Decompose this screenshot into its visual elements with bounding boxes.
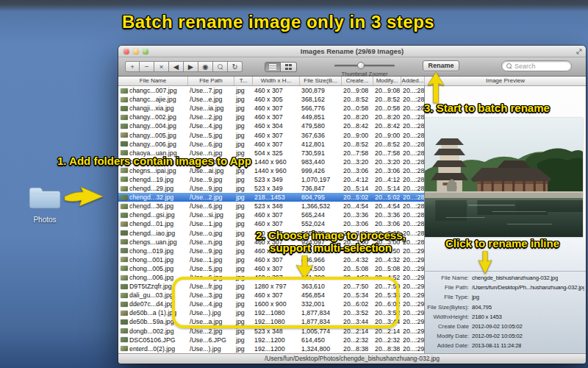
annotation-step1: 1. Add folders contain images to App [57, 155, 251, 167]
table-cell: 192...1200 [253, 336, 300, 344]
table-row[interactable]: changc...007.jpg/Use...7.jpgjpg460 x 307… [118, 86, 424, 95]
table-cell: 412,801 [300, 141, 342, 148]
table-row[interactable]: chengd...29.jpg/Use...9.jpgjpg523 x 3497… [118, 184, 424, 193]
refresh-button[interactable]: ↻ [228, 61, 243, 72]
file-name: changy...005.jpg [129, 132, 176, 139]
detail-value: 2012-09-02 10:05:02 [472, 323, 523, 330]
detail-value: 2012-09-02 10:05:02 [472, 333, 523, 339]
table-cell: 20...9:00 [373, 132, 401, 139]
table-cell: 999,426 [300, 167, 342, 174]
file-thumbnail-icon [121, 195, 128, 200]
table-cell: 730,591 [300, 149, 342, 157]
table-cell: 1440 x 960 [253, 167, 300, 174]
column-header[interactable]: File Size(B... [300, 77, 342, 85]
table-cell: 20...:28 [401, 158, 424, 166]
zoomer-slider-track[interactable] [334, 65, 395, 67]
remove-button[interactable]: − [140, 61, 154, 72]
file-thumbnail-icon [121, 293, 128, 298]
file-name: changc...007.jpg [129, 87, 177, 94]
rename-button[interactable]: Rename [423, 60, 459, 71]
search-button[interactable] [213, 61, 228, 72]
preview-eye-button[interactable]: ◉ [198, 61, 213, 72]
table-cell: /Use...n.jpg [188, 238, 234, 246]
table-cell: 20...8:42 [342, 122, 373, 130]
column-header[interactable]: File Path [188, 77, 234, 85]
table-cell: 460 x 307 [253, 256, 300, 263]
table-row[interactable]: chong...005.jpg/Use...5.jpgjpg460 x 3073… [118, 264, 424, 273]
column-header[interactable]: T... [234, 77, 253, 85]
table-row[interactable]: chegns...ipai.jpg/Use...ai.jpgjpg1440 x … [118, 166, 424, 175]
table-row[interactable]: changji...xia.jpg/Use...ia.jpgjpg460 x 3… [118, 104, 424, 113]
table-cell: chegns...ipai.jpg [118, 167, 188, 174]
file-thumbnail-icon [121, 266, 128, 271]
zoomer-slider-knob[interactable] [357, 62, 365, 69]
grid-view-button[interactable] [281, 62, 297, 72]
next-button[interactable]: ▶ [184, 61, 198, 72]
detail-label: File Path: [425, 284, 472, 291]
table-cell: 460 x 305 [253, 96, 300, 103]
zoom-button[interactable] [143, 49, 148, 54]
table-cell: 20...:28 [401, 96, 424, 103]
column-header[interactable]: Create... [342, 77, 373, 85]
photos-folder[interactable]: Photos [26, 184, 63, 224]
table-row[interactable]: changc...ajie.jpg/Use...e.jpgjpg460 x 30… [118, 95, 424, 104]
file-name: changy...004.jpg [129, 122, 176, 130]
detail-value: 2013-08-11 11:24:28 [472, 342, 521, 349]
table-cell: 20...9:08 [373, 87, 401, 94]
table-cell: jpg [234, 185, 253, 192]
preview-panel: Image Preview [425, 77, 586, 353]
table-cell: 20...:28 [401, 105, 424, 112]
table-row[interactable]: chong...001.jpg/Use...1.jpgjpg460 x 3074… [118, 255, 424, 264]
table-cell: /Use...6.JPG [188, 336, 234, 344]
table-row[interactable]: chengd...36.jpg/Use...6.jpgjpg523 x 3481… [118, 202, 424, 210]
table-row[interactable]: changy...004.jpg/Use...4.jpgjpg460 x 304… [118, 121, 424, 130]
file-thumbnail-icon [121, 106, 128, 111]
file-thumbnail-icon [121, 177, 128, 182]
file-name: dali_gu...03.jpg [129, 291, 173, 299]
table-cell: jpg [234, 345, 253, 353]
file-name: chengd...19.jpg [129, 176, 173, 183]
table-cell: 565,244 [300, 211, 342, 219]
file-thumbnail-icon [121, 257, 128, 262]
table-row[interactable]: DSC05106.JPG/Use...6.JPGjpg192...1200614… [118, 336, 424, 344]
titlebar[interactable]: Images Rename (29/69 Images) [118, 46, 586, 57]
table-row[interactable]: chengd...32.jpg/Use...2.jpgjpg218...1453… [118, 193, 424, 202]
resize-icon[interactable] [576, 49, 582, 54]
file-thumbnail-icon [121, 230, 128, 236]
table-row[interactable]: changy...005.jpg/Use...5.jpgjpg460 x 307… [118, 130, 424, 139]
arrow-to-filename-icon [478, 251, 492, 274]
file-thumbnail-icon [121, 302, 128, 307]
table-row[interactable]: enterd...0(2).jpg/Use...).jpgjpg192...12… [118, 344, 424, 353]
column-header[interactable]: Added... [401, 77, 425, 85]
minimize-button[interactable] [133, 49, 139, 54]
table-cell: 20...:29 [401, 283, 424, 290]
search-input[interactable]: Search [501, 60, 572, 71]
table-cell: 460 x 307 [253, 132, 300, 139]
table-cell: 20...:29 [401, 256, 424, 263]
detail-row: Create Date2012-09-02 10:05:02 [425, 322, 584, 331]
add-button[interactable]: + [125, 61, 140, 72]
folder-label: Photos [26, 216, 63, 224]
table-cell: /Use...5.jpg [188, 132, 234, 139]
table-cell: 20...2:32 [342, 336, 373, 344]
close-button[interactable] [123, 49, 129, 54]
table-cell: /Use...2.jpg [188, 328, 234, 335]
detail-value[interactable]: chengde_bishushanzhuang-032.jpg [472, 275, 558, 281]
table-cell: changy...002.jpg [118, 113, 188, 121]
file-name: chong...006.jpg [129, 274, 173, 281]
file-name: chengd...gsi.jpg [129, 211, 175, 219]
table-row[interactable]: chengd...01.jpg/Use...1.jpgjpg460 x 3075… [118, 219, 424, 228]
delete-button[interactable]: × [154, 61, 169, 72]
table-row[interactable]: chengd...gsi.jpg/Use...si.jpgjpg460 x 30… [118, 210, 424, 219]
previous-button[interactable]: ◀ [169, 61, 184, 72]
table-cell: 20...:29 [401, 345, 424, 353]
table-cell: 218...1453 [253, 194, 300, 201]
list-view-button[interactable] [265, 62, 281, 72]
table-row[interactable]: chengd...19.jpg/Use...9.jpgjpg523 x 3491… [118, 175, 424, 184]
column-header[interactable]: Width x H... [253, 77, 300, 85]
column-header[interactable]: File Name [118, 77, 188, 85]
table-cell: 20...8:38 [342, 345, 373, 353]
table-row[interactable]: changy...002.jpg/Use...2.jpgjpg460 x 307… [118, 113, 424, 121]
table-row[interactable]: changy...006.jpg/Use...6.jpgjpg460 x 307… [118, 140, 424, 149]
column-header[interactable]: Modify... [373, 77, 401, 85]
